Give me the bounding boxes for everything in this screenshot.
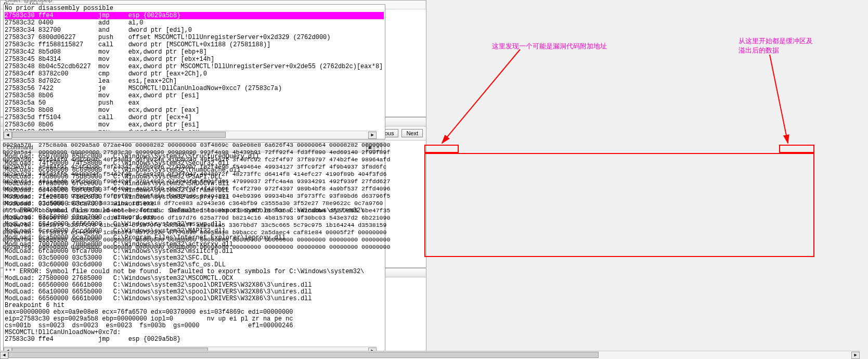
scroll-left-icon[interactable]: ◄: [0, 352, 8, 359]
arrow-annotation-2: [739, 52, 801, 146]
highlight-box-buffer: [424, 153, 814, 257]
disasm-line[interactable]: 27583c42 8b5d08 mov ebx,dword ptr [ebp+8…: [5, 48, 384, 56]
offset-label: Offset: @$scopeip: [5, 0, 52, 3]
disasm-line[interactable]: 27583c4f 83782c00 cmp dword ptr [eax+2Ch…: [5, 70, 384, 78]
annotation-buffer-overflow: 从这里开始都是缓冲区及 溢出后的数据: [739, 36, 813, 55]
disasm-line[interactable]: 27583c56 7422 je MSCOMCTL!DllCanUnloadNo…: [5, 85, 384, 92]
disasm-line[interactable]: 27583c5d ff5104 call dword ptr [ecx+4]: [5, 114, 384, 121]
disasm-line[interactable]: 27583c45 8b4314 mov eax,dword ptr [ebx+1…: [5, 56, 384, 63]
memory-scrollbar[interactable]: ◄ ►: [0, 351, 860, 359]
disasm-line[interactable]: 27583c32 0400 add al,0: [5, 19, 384, 27]
disasm-line[interactable]: 27583c37 6800d06227 push offset MSCOMCTL…: [5, 34, 384, 41]
disasm-scrollbar[interactable]: ◄ ►: [4, 131, 377, 139]
disasm-line[interactable]: 27583c5a 50 push eax: [5, 99, 384, 107]
arrow-annotation-1: [426, 47, 556, 151]
highlight-box-first-dword: [424, 145, 459, 153]
annotation-vuln-address: 这里发现一个可能是漏洞代码附加地址: [492, 42, 607, 51]
scroll-left-icon[interactable]: ◄: [4, 132, 12, 139]
disasm-line[interactable]: 27583c60 8b06 mov eax,dword ptr [esi]: [5, 121, 384, 129]
disasm-line[interactable]: 27583c53 8d702c lea esi,[eax+2Ch]: [5, 78, 384, 85]
disasm-header: No prior disassembly possible: [5, 5, 384, 12]
disassembly-body[interactable]: No prior disassembly possible27583c30 ff…: [4, 5, 385, 132]
disassembly-pane: No prior disassembly possible27583c30 ff…: [3, 4, 385, 139]
scroll-right-icon[interactable]: ►: [851, 352, 860, 359]
memory-body[interactable]: 0029a578 275c8a0a 0029a5a0 072ae400 0000…: [1, 140, 426, 259]
disasm-line[interactable]: 27583c3c ff1588115827 call dword ptr [MS…: [5, 41, 384, 48]
svg-line-1: [770, 55, 788, 143]
disasm-line[interactable]: 27583c58 8b06 mov eax,dword ptr [esi]: [5, 92, 384, 99]
memory-pane: Memory Virtual: Display format: Long Hex…: [0, 117, 426, 268]
disasm-line[interactable]: 27583c48 8b04c52cdb6227 mov eax,dword pt…: [5, 63, 384, 70]
svg-line-0: [442, 49, 520, 143]
disasm-line[interactable]: 27583c34 832700 and dword ptr [edi],0: [5, 27, 384, 34]
scroll-right-icon[interactable]: ►: [368, 132, 377, 139]
next-button[interactable]: Next: [401, 129, 423, 137]
disasm-line[interactable]: 27583c5b 8b08 mov ecx,dword ptr [eax]: [5, 107, 384, 114]
disasm-line[interactable]: 27583c30 ffe4 jmp esp {0029a5b8}: [5, 12, 384, 19]
highlight-box-last-dword: [779, 145, 814, 153]
